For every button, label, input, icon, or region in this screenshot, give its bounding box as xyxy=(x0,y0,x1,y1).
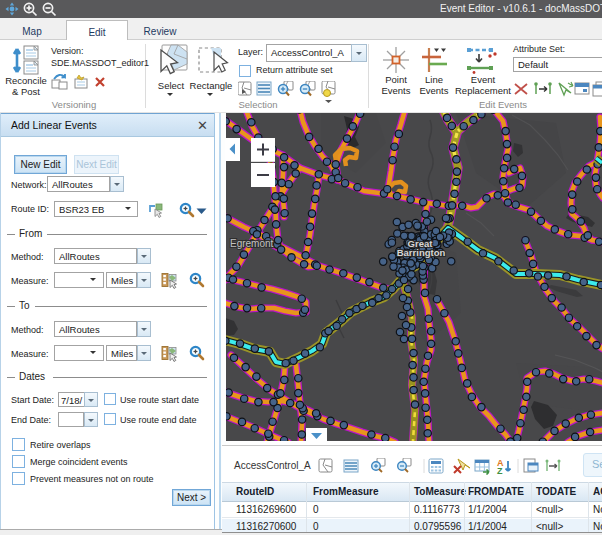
svg-text:Barrington: Barrington xyxy=(397,247,446,258)
svg-text:Egremont: Egremont xyxy=(230,238,274,249)
svg-text:Z: Z xyxy=(497,466,503,475)
